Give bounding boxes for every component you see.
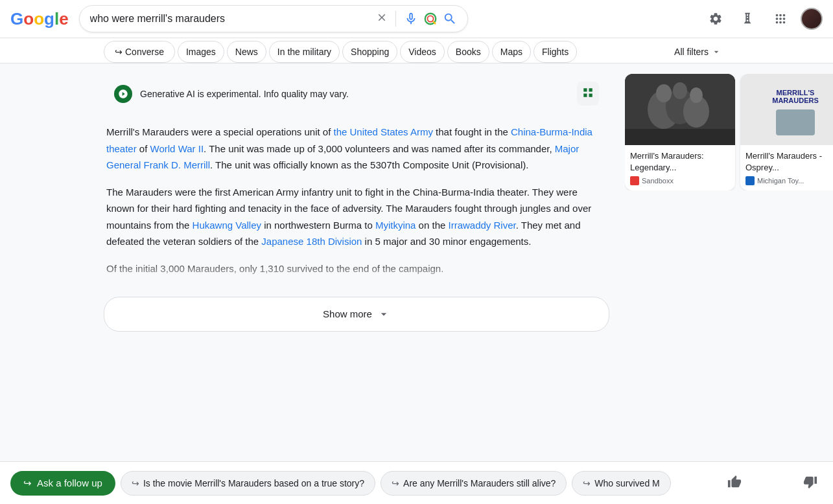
link-irrawaddy[interactable]: Irrawaddy River <box>449 220 516 231</box>
svg-point-10 <box>656 84 672 102</box>
apps-button[interactable] <box>768 6 793 31</box>
image-card-body-1: Merrill's Marauders: Legendary... Sandbo… <box>625 145 735 190</box>
tab-maps-label: Maps <box>500 47 522 57</box>
tab-videos[interactable]: Videos <box>400 41 445 63</box>
converse-arrow-icon: ↪ <box>115 47 123 57</box>
image-card-source-2: Michigan Toy... <box>745 176 833 185</box>
svg-rect-2 <box>583 88 587 91</box>
all-filters-button[interactable]: All filters <box>666 41 729 62</box>
chip-3-label: Who survived M <box>594 478 659 488</box>
chevron-down-icon <box>711 47 722 57</box>
link-myitkyina[interactable]: Myitkyina <box>375 220 416 231</box>
ai-paragraph-2: The Marauders were the first American Ar… <box>104 184 609 250</box>
source-name-1: Sandboxx <box>642 177 674 185</box>
tab-flights[interactable]: Flights <box>534 41 577 63</box>
suggestion-bar: ↪ Ask a follow up ↪ Is the movie Merrill… <box>0 461 833 490</box>
tab-converse-label: Converse <box>125 47 164 57</box>
tab-images-label: Images <box>186 47 216 57</box>
grid-view-button[interactable] <box>577 82 599 106</box>
avatar[interactable] <box>801 8 823 30</box>
images-panel: Merrill's Marauders: Legendary... Sandbo… <box>625 74 833 490</box>
tab-shopping-label: Shopping <box>351 47 389 57</box>
main-content: Generative AI is experimental. Info qual… <box>0 63 833 490</box>
chip-1-label: Is the movie Merrill's Marauders based o… <box>143 478 364 488</box>
search-button[interactable] <box>443 12 457 26</box>
svg-rect-3 <box>589 88 592 91</box>
source-icon-2 <box>745 176 755 185</box>
image-placeholder-2: MERRILL'SMARAUDERS <box>740 74 833 145</box>
all-filters-label: All filters <box>674 47 709 57</box>
ai-paragraph-1: Merrill's Marauders were a special opera… <box>104 124 609 174</box>
svg-point-11 <box>673 82 687 99</box>
thumbs-up-button[interactable] <box>722 470 747 490</box>
image-card-title-2: Merrill's Marauders - Osprey... <box>745 150 833 174</box>
header: Google who were merrill's marauders <box>0 0 833 38</box>
link-wwii[interactable]: World War II <box>150 143 204 154</box>
tab-military[interactable]: In the military <box>269 41 340 63</box>
voice-search-button[interactable] <box>404 12 418 26</box>
image-card-body-2: Merrill's Marauders - Osprey... Michigan… <box>740 145 833 190</box>
tab-flights-label: Flights <box>542 47 569 57</box>
ai-panel: Generative AI is experimental. Info qual… <box>104 74 609 490</box>
clear-button[interactable] <box>376 12 388 27</box>
divider <box>395 11 396 27</box>
source-name-2: Michigan Toy... <box>757 177 804 185</box>
tab-military-label: In the military <box>277 47 331 57</box>
chip-2-label: Are any Merrill's Marauders still alive? <box>403 478 556 488</box>
ai-paragraph-3: Of the initial 3,000 Marauders, only 1,3… <box>104 260 609 277</box>
suggestion-chip-1[interactable]: ↪ Is the movie Merrill's Marauders based… <box>121 471 375 490</box>
show-more-button[interactable]: Show more <box>104 297 609 332</box>
images-wrapper: Merrill's Marauders: Legendary... Sandbo… <box>625 74 833 190</box>
tab-shopping[interactable]: Shopping <box>342 41 397 63</box>
tab-videos-label: Videos <box>408 47 436 57</box>
settings-button[interactable] <box>703 6 728 31</box>
search-input[interactable]: who were merrill's marauders <box>90 13 371 25</box>
ask-followup-button[interactable]: ↪ Ask a follow up <box>10 471 115 490</box>
svg-point-12 <box>690 87 703 103</box>
followup-arrow-icon: ↪ <box>23 477 32 489</box>
tab-news-label: News <box>235 47 258 57</box>
link-us-army[interactable]: the United States Army <box>334 126 433 137</box>
image-card-source-1: Sandboxx <box>630 176 730 185</box>
suggestion-chip-2[interactable]: ↪ Are any Merrill's Marauders still aliv… <box>381 471 567 490</box>
tab-books[interactable]: Books <box>447 41 489 63</box>
ai-paragraph-3-fading: Of the initial 3,000 Marauders, only 1,3… <box>104 260 609 286</box>
chevron-down-show-icon <box>377 308 390 321</box>
thumbs-down-button[interactable] <box>798 470 823 490</box>
chip-2-arrow: ↪ <box>392 478 399 488</box>
chip-1-arrow: ↪ <box>132 478 139 488</box>
lens-search-button[interactable] <box>423 12 438 26</box>
svg-point-1 <box>427 16 433 21</box>
chip-3-arrow: ↪ <box>583 478 591 488</box>
source-icon-1 <box>630 176 639 185</box>
filter-bar: ↪ Converse Images News In the military S… <box>0 38 833 63</box>
image-cards: Merrill's Marauders: Legendary... Sandbo… <box>625 74 833 190</box>
tab-news[interactable]: News <box>227 41 266 63</box>
show-more-label: Show more <box>323 308 372 319</box>
svg-rect-4 <box>583 94 587 97</box>
ask-followup-label: Ask a follow up <box>37 477 102 488</box>
ai-icon <box>114 85 132 103</box>
tab-maps[interactable]: Maps <box>492 41 531 63</box>
tab-converse[interactable]: ↪ Converse <box>104 41 175 63</box>
link-hukawng[interactable]: Hukawng Valley <box>193 220 261 231</box>
link-japanese-18th[interactable]: Japanese 18th Division <box>261 236 362 247</box>
ai-notice-text: Generative AI is experimental. Info qual… <box>140 89 349 99</box>
svg-rect-13 <box>625 129 735 145</box>
image-card-title-1: Merrill's Marauders: Legendary... <box>630 150 730 174</box>
google-logo[interactable]: Google <box>10 9 69 29</box>
card-text-2: MERRILL'SMARAUDERS <box>767 84 824 109</box>
search-bar: who were merrill's marauders <box>79 5 468 32</box>
labs-button[interactable] <box>736 6 760 31</box>
image-card-2[interactable]: MERRILL'SMARAUDERS Merrill's Marauders -… <box>740 74 833 190</box>
suggestion-chip-3[interactable]: ↪ Who survived M <box>572 471 670 490</box>
ai-header: Generative AI is experimental. Info qual… <box>104 74 609 113</box>
header-icons <box>703 6 823 31</box>
image-card-1[interactable]: Merrill's Marauders: Legendary... Sandbo… <box>625 74 735 190</box>
tab-books-label: Books <box>456 47 481 57</box>
tab-images[interactable]: Images <box>178 41 224 63</box>
svg-rect-5 <box>589 94 592 97</box>
card-image-2 <box>776 109 815 135</box>
image-placeholder-1 <box>625 74 735 145</box>
